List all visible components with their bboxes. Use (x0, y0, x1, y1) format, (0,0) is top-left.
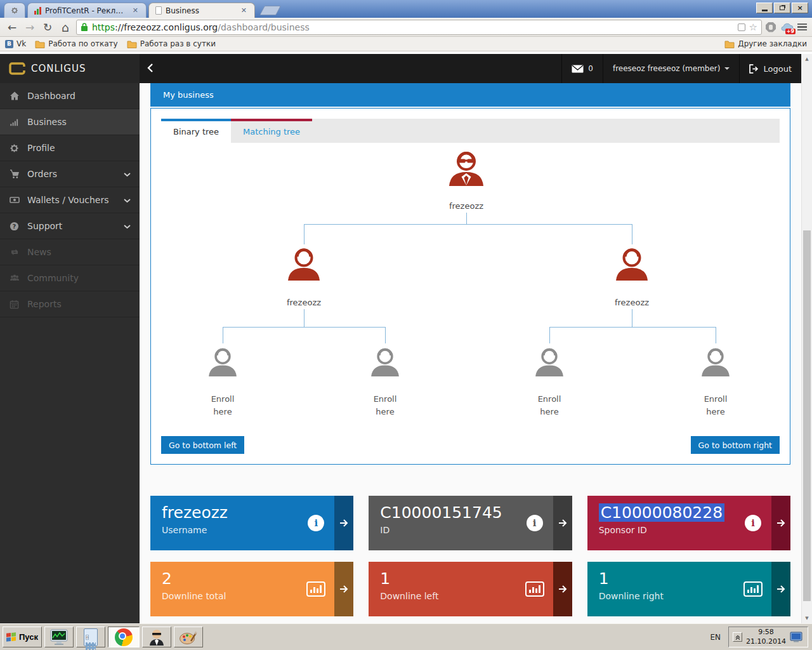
enroll-user-icon[interactable] (205, 345, 240, 383)
sidebar-item-wallets[interactable]: Wallets / Vouchers (0, 187, 140, 213)
close-tab-icon[interactable]: ✕ (240, 6, 248, 15)
card-downline-left[interactable]: 1 Downline left (369, 562, 572, 616)
card-arrow-button[interactable] (334, 562, 353, 616)
tree-node-label[interactable]: frezeozz (259, 298, 348, 307)
enroll-user-icon[interactable] (698, 345, 733, 383)
card-arrow-button[interactable] (334, 496, 353, 550)
user-icon[interactable] (284, 244, 324, 288)
enroll-here-link[interactable]: Enrollhere (678, 393, 754, 418)
enroll-user-icon[interactable] (367, 345, 403, 383)
enroll-user-icon[interactable] (532, 345, 567, 383)
enroll-here-link[interactable]: Enrollhere (511, 393, 587, 418)
window-controls: × (756, 3, 808, 13)
stop-hand-extension-icon[interactable] (766, 22, 776, 32)
logout-button[interactable]: Logout (739, 54, 801, 83)
forward-icon[interactable]: → (23, 21, 37, 34)
url-text: https://frezeozz.conligus.org/dashboard/… (92, 22, 310, 32)
minimize-button[interactable] (756, 3, 773, 13)
tree-tabs: Binary tree Matching tree (161, 119, 780, 143)
bookmark-star-icon[interactable]: ☆ (749, 22, 757, 33)
taskbar-task-manager[interactable] (44, 627, 74, 647)
tab-matching-tree[interactable]: Matching tree (231, 119, 312, 143)
scroll-up-icon[interactable]: ▲ (802, 54, 812, 64)
card-arrow-button[interactable] (553, 562, 572, 616)
close-tab-icon[interactable]: ✕ (131, 6, 140, 15)
sidebar-collapse-button[interactable] (147, 63, 154, 75)
user-menu[interactable]: freeseoz freeseoz (member) (603, 54, 740, 83)
bookmark-manage-icon[interactable] (738, 23, 745, 31)
cloud-extension-icon[interactable]: +9 (780, 22, 794, 33)
bar-chart-icon (743, 581, 763, 599)
info-icon[interactable]: i (745, 515, 761, 531)
card-value: 1 (380, 569, 541, 588)
sidebar-label: Business (27, 117, 67, 127)
tab-binary-tree[interactable]: Binary tree (161, 119, 231, 143)
tab-profitcentr[interactable]: ProfiTCentR - Рекламное аг ✕ (27, 3, 147, 18)
sidebar-item-dashboard[interactable]: Dashboard (0, 83, 140, 109)
messages-button[interactable]: 0 (561, 54, 603, 83)
enroll-here-link[interactable]: Enrollhere (185, 393, 261, 418)
info-icon[interactable]: i (527, 515, 543, 531)
tab-settings[interactable] (4, 3, 25, 18)
card-id[interactable]: C10000151745 ID i (369, 496, 572, 550)
card-arrow-button[interactable] (771, 496, 790, 550)
sidebar-item-community[interactable]: Community (0, 265, 140, 291)
user-icon[interactable] (612, 244, 652, 288)
window-titlebar[interactable]: ProfiTCentR - Рекламное аг ✕ Business ✕ … (0, 0, 812, 18)
scroll-down-icon[interactable]: ▼ (802, 613, 812, 623)
card-label: Downline right (599, 591, 760, 601)
language-indicator[interactable]: EN (705, 633, 726, 642)
restore-button[interactable] (774, 3, 790, 13)
folder-icon (127, 40, 137, 48)
messages-count: 0 (588, 64, 593, 73)
sidebar-item-profile[interactable]: Profile (0, 135, 140, 161)
tree-node-label[interactable]: frezeozz (422, 201, 511, 211)
scrollbar-thumb[interactable] (803, 230, 811, 601)
sidebar-item-business[interactable]: Business (0, 109, 140, 135)
sidebar-item-reports[interactable]: Reports (0, 291, 140, 317)
tree-node-label[interactable]: frezeozz (587, 298, 676, 307)
taskbar-paint[interactable] (174, 627, 203, 647)
sidebar-item-orders[interactable]: Orders (0, 161, 140, 187)
enroll-here-link[interactable]: Enrollhere (347, 393, 423, 418)
chevron-down-icon (124, 169, 131, 179)
card-downline-total[interactable]: 2 Downline total (150, 562, 353, 616)
tab-strip: ProfiTCentR - Рекламное аг ✕ Business ✕ (4, 3, 278, 18)
close-button[interactable]: × (792, 3, 808, 13)
taskbar-agent-app[interactable] (142, 627, 171, 647)
home-icon[interactable]: ⌂ (58, 20, 72, 34)
clock[interactable]: 9:58 21.10.2014 (746, 628, 786, 646)
sidebar-item-news[interactable]: News (0, 239, 140, 265)
go-to-bottom-right-button[interactable]: Go to bottom right (691, 436, 780, 454)
taskbar-calculator[interactable]: 0 (76, 627, 105, 647)
new-tab-button[interactable] (259, 6, 281, 15)
bookmarks-bar: BVk Работа по откату Работа раз в сутки … (0, 37, 812, 51)
display-tray-icon[interactable] (790, 632, 804, 643)
calendar-icon (9, 300, 20, 309)
card-arrow-button[interactable] (553, 496, 572, 550)
tray-expand-icon[interactable] (733, 632, 742, 642)
tree-connector (223, 327, 385, 328)
menu-icon[interactable] (797, 23, 807, 31)
bookmark-folder-1[interactable]: Работа по откату (35, 39, 118, 48)
go-to-bottom-left-button[interactable]: Go to bottom left (161, 436, 244, 454)
card-username[interactable]: frezeozz Username i (150, 496, 353, 550)
tab-business[interactable]: Business ✕ (148, 3, 255, 18)
brand[interactable]: CONLIGUS (0, 54, 140, 83)
user-agent-icon[interactable] (445, 148, 488, 194)
card-downline-right[interactable]: 1 Downline right (587, 562, 790, 616)
card-arrow-button[interactable] (771, 562, 790, 616)
bookmark-folder-2[interactable]: Работа раз в сутки (127, 39, 216, 48)
address-bar[interactable]: https://frezeozz.conligus.org/dashboard/… (76, 20, 762, 35)
app-body: Dashboard Business Profile Orders (0, 83, 801, 623)
reload-icon[interactable]: ↻ (41, 21, 55, 34)
tree-connector (632, 309, 632, 327)
card-sponsor-id[interactable]: C10000080228 Sponsor ID i (587, 496, 790, 550)
other-bookmarks[interactable]: Другие закладки (724, 39, 807, 48)
sidebar-item-support[interactable]: ? Support (0, 213, 140, 239)
start-button[interactable]: Пуск (3, 627, 42, 647)
back-icon[interactable]: ← (5, 21, 19, 34)
page-scrollbar[interactable]: ▲ ▼ (801, 54, 812, 623)
taskbar-chrome[interactable] (108, 627, 140, 647)
bookmark-vk[interactable]: BVk (5, 39, 26, 48)
